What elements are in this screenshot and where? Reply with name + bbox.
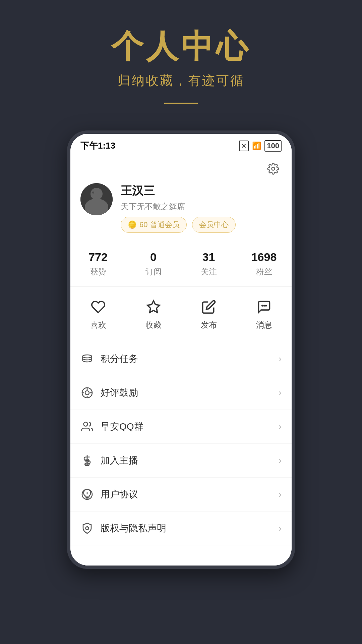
svg-marker-5 [147,301,160,313]
stats-row: 772 获赞 0 订阅 31 关注 1698 粉丝 [70,241,292,287]
svg-point-9 [83,355,92,358]
avatar[interactable] [80,183,113,215]
bottom-space [70,545,292,566]
stat-likes[interactable]: 772 获赞 [70,241,126,286]
page-header: 个人中心 归纳收藏，有迹可循 [0,0,362,117]
profile-info: 王汉三 天下无不散之筵席 🪙 60 普通会员 会员中心 [121,183,282,233]
action-label-collect: 收藏 [145,320,162,330]
stat-label-likes: 获赞 [90,266,106,277]
svg-point-0 [272,167,275,170]
status-bar: 下午1:13 ✕ 📶 100 [70,134,292,155]
svg-point-16 [84,422,88,426]
review-icon [80,386,94,399]
star-icon [145,298,162,316]
action-publish[interactable]: 发布 [181,290,236,338]
chevron-anchor: › [279,455,282,466]
points-icon [80,352,94,366]
message-icon [255,298,273,316]
member-center-label: 会员中心 [199,220,229,229]
svg-point-11 [85,391,89,395]
stat-fans[interactable]: 1698 粉丝 [236,241,292,286]
sim-icon: ✕ [239,141,249,151]
action-label-publish: 发布 [201,320,217,330]
menu-item-qq[interactable]: 早安QQ群 › [70,410,292,444]
menu-item-anchor[interactable]: 加入主播 › [70,444,292,478]
page-title: 个人中心 [111,27,251,65]
stat-value-likes: 772 [88,251,108,264]
action-message[interactable]: 消息 [236,290,292,338]
publish-icon [200,298,218,316]
settings-row [70,155,292,180]
profile-badges: 🪙 60 普通会员 会员中心 [121,217,282,233]
gear-icon [267,163,279,175]
like-icon [89,298,107,316]
chevron-points: › [279,354,282,364]
stat-label-subscriptions: 订阅 [145,266,162,277]
menu-label-points: 积分任务 [101,353,272,365]
menu-item-points[interactable]: 积分任务 › [70,342,292,376]
phone-frame: 下午1:13 ✕ 📶 100 [67,130,295,569]
coin-count: 60 [139,220,147,229]
svg-point-2 [90,188,103,200]
menu-item-review[interactable]: 好评鼓励 › [70,376,292,410]
menu-label-anchor: 加入主播 [101,454,272,467]
menu-label-review: 好评鼓励 [101,386,272,399]
chevron-privacy: › [279,523,282,534]
member-label: 普通会员 [150,220,180,230]
menu-item-privacy[interactable]: 版权与隐私声明 › [70,512,292,545]
action-label-message: 消息 [256,320,272,330]
settings-button[interactable] [265,160,282,177]
agreement-icon [80,488,94,501]
svg-point-3 [86,203,107,215]
action-like[interactable]: 喜欢 [70,290,126,338]
stat-label-following: 关注 [201,266,217,277]
action-label-like: 喜欢 [90,320,106,330]
stat-label-fans: 粉丝 [256,266,272,277]
profile-section: 王汉三 天下无不散之筵席 🪙 60 普通会员 会员中心 [70,180,292,241]
stat-value-fans: 1698 [251,251,277,264]
actions-row: 喜欢 收藏 发布 [70,287,292,342]
svg-point-4 [92,192,94,194]
action-collect[interactable]: 收藏 [126,290,181,338]
member-badge[interactable]: 🪙 60 普通会员 [121,217,187,233]
qq-icon [80,420,94,433]
coin-icon: 🪙 [128,220,137,229]
member-center-badge[interactable]: 会员中心 [192,217,236,233]
status-time: 下午1:13 [80,140,115,152]
privacy-icon [80,522,94,535]
chevron-agreement: › [279,489,282,500]
wifi-icon: 📶 [252,142,261,150]
menu-label-privacy: 版权与隐私声明 [101,522,272,535]
anchor-icon [80,454,94,467]
chevron-qq: › [279,421,282,432]
status-icons: ✕ 📶 100 [239,140,282,152]
menu-list: 积分任务 › 好评鼓励 › [70,342,292,545]
profile-bio: 天下无不散之筵席 [121,201,282,212]
menu-item-agreement[interactable]: 用户协议 › [70,478,292,512]
profile-name: 王汉三 [121,183,282,199]
divider [164,103,198,104]
stat-subscriptions[interactable]: 0 订阅 [126,241,181,286]
stat-value-subscriptions: 0 [150,251,157,264]
page-subtitle: 归纳收藏，有迹可循 [118,72,244,89]
battery-icon: 100 [264,140,282,152]
menu-label-qq: 早安QQ群 [101,420,272,433]
menu-label-agreement: 用户协议 [101,488,272,501]
chevron-review: › [279,387,282,398]
phone-screen: 下午1:13 ✕ 📶 100 [70,134,292,566]
stat-following[interactable]: 31 关注 [181,241,236,286]
stat-value-following: 31 [202,251,215,264]
